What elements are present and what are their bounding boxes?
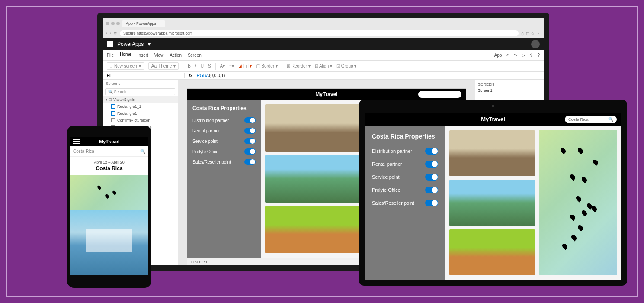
menu-file[interactable]: File [107,53,114,58]
user-avatar[interactable] [531,40,540,48]
filter-toggle[interactable] [244,138,256,144]
map-pin-icon[interactable] [575,195,583,202]
help-icon[interactable]: ? [537,53,540,58]
browser-tab-bar: App - PowerApps [103,18,544,29]
filter-toggle[interactable] [425,200,438,206]
url-input[interactable]: Secure https://powerapps.microsoft.com [120,30,519,36]
filter-toggle[interactable] [425,174,438,181]
chevron-down-icon[interactable]: ▾ [148,41,151,47]
theme-button[interactable]: Aa Theme ▾ [148,62,179,70]
map-pin-icon[interactable] [569,173,576,181]
map-pin-icon[interactable] [112,190,117,195]
tree-item[interactable]: Rectangle1 [103,110,178,117]
filter-row: Rental partner [372,161,438,168]
menu-action[interactable]: Action [170,53,182,58]
property-image[interactable] [449,130,535,176]
ext-icon[interactable]: □ [526,31,529,36]
app-search-input[interactable] [418,91,461,98]
undo-icon[interactable]: ↶ [506,53,509,58]
menu-insert[interactable]: Insert [138,53,148,58]
powerapps-brand: PowerApps [117,41,144,47]
filter-toggle[interactable] [425,161,438,168]
filter-toggle[interactable] [244,117,256,123]
ext-icon[interactable]: ⋮ [536,31,541,36]
fill-color-icon[interactable]: ◢ Fill ▾ [238,64,252,68]
app-header: MyTravel Costa Rica 🔍 [365,113,621,126]
map-pin-icon[interactable] [580,176,588,184]
strike-icon[interactable]: S [208,64,211,68]
tablet-device: MyTravel Costa Rica 🔍 Costa Rica Propert… [359,100,627,286]
map-pin-icon[interactable] [96,185,102,190]
property-dropdown[interactable]: Fill [107,73,185,78]
fx-label: fx [189,73,192,78]
tree-item[interactable]: ConfirmPictureIcon [103,117,178,124]
align-icon[interactable]: ≡▾ [229,64,234,68]
border-button[interactable]: ▢ Border ▾ [256,64,278,68]
filter-toggle[interactable] [244,159,256,165]
property-image[interactable] [449,180,535,226]
property-image[interactable] [265,104,366,152]
tree-item[interactable]: Rectangle1_1 [103,103,178,110]
phone-hero-image[interactable] [70,210,148,275]
underline-icon[interactable]: U [201,64,204,68]
map-pin-icon[interactable] [560,147,567,155]
phone-location: Costa Rica [74,165,144,171]
share-icon[interactable]: ⇪ [529,53,533,58]
map-pin-icon[interactable] [577,224,584,231]
filter-row: Service point [372,174,438,181]
tree-root[interactable]: ▸ □ VisitorSignIn [103,96,178,103]
filter-toggle[interactable] [244,128,256,134]
redo-icon[interactable]: ↷ [514,53,517,58]
app-search-input[interactable]: Costa Rica 🔍 [565,116,617,123]
formula-input[interactable]: RGBA(0,0,0,1) [197,73,225,78]
property-image[interactable] [449,229,535,275]
menu-screen[interactable]: Screen [188,53,202,58]
filter-toggle[interactable] [244,148,256,155]
waffle-icon[interactable] [107,41,113,47]
italic-icon[interactable]: / [195,64,196,68]
nav-back-icon[interactable]: ‹ [106,31,107,35]
app-map[interactable] [539,130,617,275]
reorder-button[interactable]: ⊞ Reorder ▾ [287,64,311,68]
app-title: MyTravel [315,91,337,97]
menu-icon[interactable] [73,139,80,144]
map-pin-icon[interactable] [590,205,598,213]
tablet-camera [492,105,494,107]
property-image[interactable] [265,206,366,253]
menu-home[interactable]: Home [120,52,131,58]
ext-icon[interactable]: ☆ [531,31,535,36]
app-gallery [445,126,621,280]
browser-tab[interactable]: App - PowerApps [122,20,165,27]
font-color-icon[interactable]: A▾ [220,64,225,68]
bold-icon[interactable]: B [188,64,191,68]
filter-toggle[interactable] [425,187,438,193]
menu-view[interactable]: View [154,53,164,58]
property-image[interactable] [265,155,366,202]
map-pin-icon[interactable] [104,193,109,199]
phone-screen: MyTravel Costa Rica 🔍 April 12 – April 2… [70,137,148,275]
align-button[interactable]: ⊟ Align ▾ [315,64,332,68]
phone-map[interactable] [70,175,148,210]
group-button[interactable]: ⊡ Group ▾ [336,64,356,68]
map-pin-icon[interactable] [580,210,588,217]
right-panel-label: SCREEN [478,82,541,87]
filter-toggle[interactable] [425,148,438,155]
ext-icon[interactable]: ◇ [521,31,525,36]
phone-device: MyTravel Costa Rica 🔍 April 12 – April 2… [67,126,151,288]
map-pin-icon[interactable] [569,214,576,221]
search-icon[interactable]: 🔍 [140,149,145,154]
play-icon[interactable]: ▷ [522,53,525,58]
nav-reload-icon[interactable]: ⟳ [114,31,117,35]
search-icon[interactable]: 🔍 [608,117,613,122]
new-screen-button[interactable]: □ New screen ▾ [107,62,144,70]
map-pin-icon[interactable] [592,159,599,166]
map-pin-icon[interactable] [577,147,584,155]
map-pin-icon[interactable] [570,234,578,242]
section-title: Costa Rica Properties [192,105,256,111]
nav-forward-icon[interactable]: › [110,31,111,35]
screens-search[interactable]: 🔍 Search [105,88,175,95]
filter-row: Service point [192,138,256,144]
map-pin-icon[interactable] [561,243,568,250]
window-controls[interactable] [106,22,120,25]
phone-search-bar[interactable]: Costa Rica 🔍 [70,146,148,157]
